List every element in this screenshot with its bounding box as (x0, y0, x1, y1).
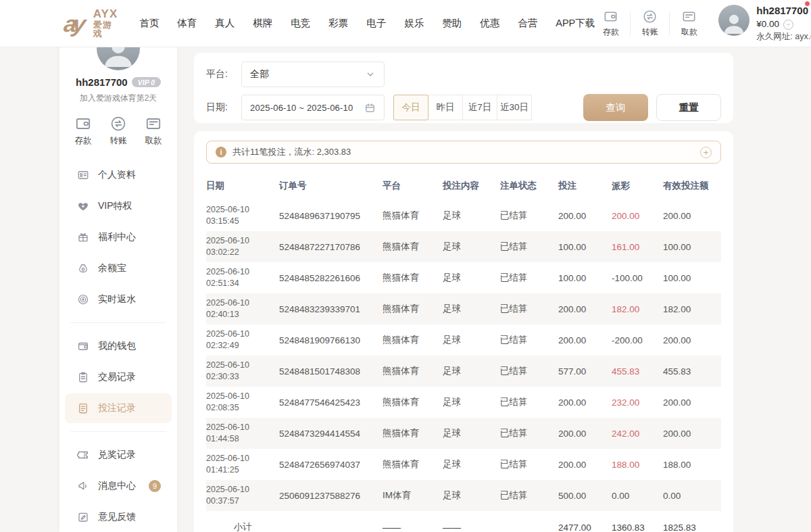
nav-item[interactable]: 优惠 (480, 17, 499, 30)
bet-amount: 200.00 (558, 335, 612, 345)
nav-item[interactable]: 赞助 (442, 17, 462, 30)
sidebar-menu-item[interactable]: 余额宝 (65, 253, 172, 283)
sidebar-menu-item[interactable]: 投注记录 (65, 393, 172, 423)
nav-item[interactable]: 首页 (139, 17, 159, 30)
bet-time: 00:37:57 (206, 495, 279, 507)
date-range-segment[interactable]: 近30日 (497, 95, 532, 120)
bet-records-panel: i 共计11笔投注，流水: 2,303.83 + 日期 订单号 平台 投注内容 … (194, 131, 733, 532)
header-quick-action[interactable]: 取款 (673, 9, 705, 38)
sidebar-menu-item[interactable]: 消息中心 9 (65, 471, 172, 501)
header-quick-action[interactable]: 转账 (634, 9, 666, 38)
reset-button[interactable]: 重置 (656, 94, 721, 121)
platform: 熊猫体育 (383, 334, 443, 346)
payout-amount: 232.00 (612, 397, 663, 408)
quick-action-label: 转账 (642, 26, 658, 38)
ticket-icon (77, 449, 89, 461)
nav-item[interactable]: 体育 (177, 17, 197, 30)
order-number: 5248485282261606 (279, 273, 383, 283)
date-range-segment[interactable]: 今日 (393, 95, 428, 120)
column-header: 派彩 (612, 180, 663, 192)
bet-status: 已结算 (500, 427, 558, 439)
table-row: 2025-06-10 03:02:22 5248487227170786 熊猫体… (206, 231, 721, 262)
sidebar-quick-action[interactable]: 取款 (145, 115, 162, 147)
payout-amount: 0.00 (612, 491, 663, 501)
valid-bet-amount: 188.00 (663, 460, 721, 470)
sidebar-menu-item[interactable]: VIP特权 (65, 191, 172, 221)
subtotal-content: —— (443, 523, 500, 532)
sidebar-menu-item[interactable]: 交易记录 (65, 362, 172, 392)
sidebar-menu-item[interactable]: 实时返水 (65, 285, 172, 314)
vip-heart-icon (77, 200, 89, 212)
sidebar-menu-item[interactable]: 个人资料 (65, 160, 172, 190)
date-quick-ranges: 今日昨日近7日近30日 (394, 95, 532, 120)
bet-content: 足球 (443, 365, 500, 377)
platform-select[interactable]: 全部 (241, 62, 385, 87)
column-header: 订单号 (279, 180, 383, 192)
search-button[interactable]: 查询 (583, 94, 648, 121)
bet-amount: 200.00 (558, 429, 612, 439)
date-range-picker[interactable]: 2025-06-10 ~ 2025-06-10 (241, 95, 385, 120)
sidebar-vip-badge: VIP 0 (132, 77, 161, 87)
bet-time: 01:44:58 (206, 433, 279, 445)
sidebar-item-label: 余额宝 (98, 262, 126, 274)
expand-icon[interactable]: + (700, 147, 712, 158)
user-avatar[interactable] (718, 5, 749, 36)
bet-content: 足球 (443, 241, 500, 253)
sidebar-menu-item[interactable]: 我的钱包 (65, 331, 172, 361)
header-quick-action[interactable]: 存款 (595, 9, 626, 38)
order-number: 2506091237588276 (279, 491, 383, 501)
column-header: 日期 (206, 180, 279, 192)
nav-item[interactable]: APP下载 (556, 17, 595, 30)
bet-amount: 100.00 (558, 242, 612, 252)
sidebar-quick-action[interactable]: 存款 (74, 115, 92, 147)
table-row: 2025-06-10 01:44:58 5248473294414554 熊猫体… (206, 418, 721, 449)
summary-bar: i 共计11笔投注，流水: 2,303.83 + (206, 141, 721, 164)
bet-date: 2025-06-10 (206, 235, 279, 247)
bet-amount: 200.00 (558, 397, 612, 408)
bet-content: 足球 (443, 396, 500, 408)
sidebar-menu-item[interactable]: 福利中心 (65, 222, 172, 252)
withdraw-icon (145, 115, 162, 132)
sidebar-item-label: 个人资料 (98, 169, 136, 181)
nav-item[interactable]: 真人 (215, 17, 235, 30)
balance-refresh-toggle[interactable] (783, 20, 793, 30)
column-header: 投注内容 (443, 180, 500, 192)
nav-item[interactable]: 彩票 (328, 17, 348, 30)
sidebar-menu-item[interactable]: 意见反馈 (65, 502, 172, 532)
username: hh2817700 (756, 5, 808, 18)
nav-item[interactable]: 电竞 (291, 17, 310, 30)
bet-content: 足球 (443, 427, 500, 439)
sidebar-menu-item[interactable]: 兑奖记录 (65, 440, 172, 470)
bet-amount: 500.00 (558, 491, 612, 501)
bet-record-icon (77, 402, 89, 414)
bet-amount: 577.00 (558, 366, 612, 377)
order-number: 5248483239339701 (279, 304, 383, 314)
transfer-icon (642, 9, 658, 24)
nav-item[interactable]: 合营 (518, 17, 537, 30)
permanent-url-label: 永久网址: ayx.com (756, 32, 811, 43)
nav-item[interactable]: 娱乐 (404, 17, 424, 30)
bet-time: 02:51:34 (206, 278, 279, 289)
nav-item[interactable]: 电子 (366, 17, 386, 30)
bet-date: 2025-06-10 (206, 329, 279, 340)
quick-action-label: 存款 (603, 26, 619, 38)
order-number: 5248477546425423 (279, 397, 383, 408)
table-row: 2025-06-10 02:32:49 5248481909766130 熊猫体… (206, 324, 721, 356)
valid-bet-amount: 100.00 (663, 242, 721, 252)
platform-select-value: 全部 (250, 68, 269, 80)
quick-action-label: 存款 (75, 135, 92, 147)
nav-item[interactable]: 棋牌 (253, 17, 272, 30)
bet-amount: 200.00 (558, 304, 612, 314)
sidebar-item-label: 交易记录 (98, 371, 136, 383)
gift-icon (77, 231, 89, 243)
sidebar-quick-action[interactable]: 转账 (109, 115, 127, 147)
order-number: 5248487227170786 (279, 242, 383, 252)
bet-status: 已结算 (500, 458, 558, 470)
platform: 熊猫体育 (383, 427, 443, 439)
date-range-segment[interactable]: 近7日 (462, 95, 497, 120)
brand-logo[interactable]: ay AYX 爱游戏 (64, 8, 118, 39)
notification-dot (804, 1, 810, 7)
platform: 熊猫体育 (383, 210, 443, 222)
bet-time: 02:08:35 (206, 402, 279, 414)
date-range-segment[interactable]: 昨日 (428, 95, 463, 120)
